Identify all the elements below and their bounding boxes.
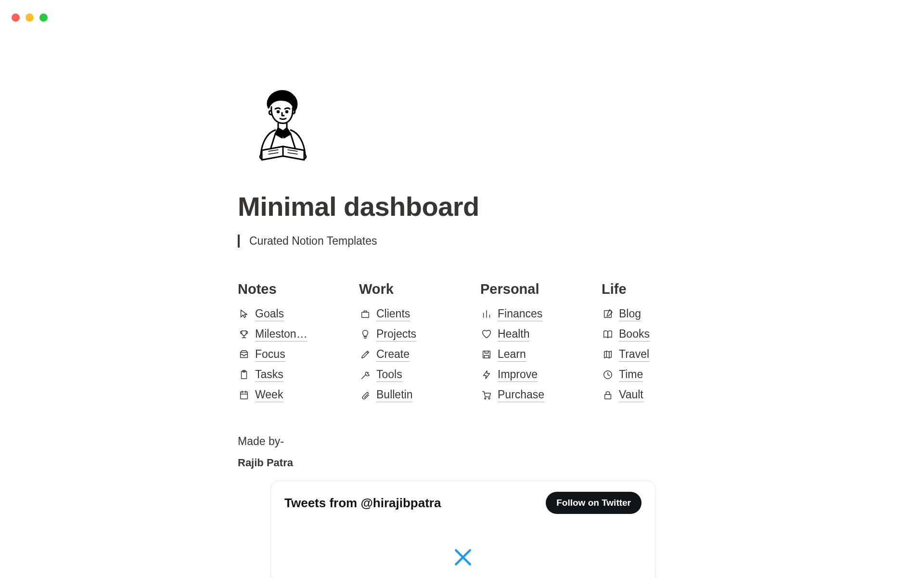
page-link-label: Books — [619, 328, 650, 342]
page-link-label: Tools — [376, 368, 402, 382]
lightning-icon — [480, 368, 493, 381]
page-link-label: Travel — [619, 348, 649, 362]
bar-chart-icon — [480, 308, 493, 320]
page-link-label: Time — [619, 368, 643, 382]
page-link-label: Bulletin — [376, 388, 412, 402]
page-link-label: Improve — [498, 368, 538, 382]
save-icon — [480, 348, 493, 361]
close-window-button[interactable] — [12, 13, 20, 22]
column-life: LifeBlogBooksTravelTimeVault — [602, 281, 723, 405]
briefcase-icon — [359, 308, 372, 320]
made-by-label: Made by- — [238, 435, 661, 448]
page-link-label: Purchase — [498, 388, 544, 402]
heart-icon — [480, 328, 493, 341]
map-icon — [602, 348, 614, 361]
page-link-time[interactable]: Time — [602, 365, 723, 385]
page-link-focus[interactable]: Focus — [238, 344, 359, 365]
page-link-label: Finances — [498, 307, 542, 321]
paperclip-icon — [359, 389, 372, 401]
page-title: Minimal dashboard — [238, 191, 661, 222]
page-link-blog[interactable]: Blog — [602, 304, 723, 324]
page-link-label: Mileston… — [255, 328, 308, 342]
svg-point-0 — [277, 111, 279, 113]
page-link-learn[interactable]: Learn — [480, 344, 602, 365]
page-link-label: Blog — [619, 307, 641, 321]
wrench-icon — [359, 368, 372, 381]
page-link-bulletin[interactable]: Bulletin — [359, 385, 480, 405]
maximize-window-button[interactable] — [39, 13, 48, 22]
x-logo-icon — [452, 547, 474, 570]
cursor-icon — [238, 308, 250, 320]
trophy-icon — [238, 328, 250, 341]
twitter-embed-body — [271, 523, 655, 578]
page-link-tasks[interactable]: Tasks — [238, 365, 359, 385]
page-link-goals[interactable]: Goals — [238, 304, 359, 324]
subtitle-text: Curated Notion Templates — [249, 235, 661, 248]
twitter-embed-header: Tweets from @hirajibpatra Follow on Twit… — [271, 481, 655, 523]
pencil-icon — [359, 348, 372, 361]
lock-icon — [602, 389, 614, 401]
page-link-improve[interactable]: Improve — [480, 365, 602, 385]
page-link-health[interactable]: Health — [480, 324, 602, 344]
page-link-label: Create — [376, 348, 410, 362]
page-link-mileston[interactable]: Mileston… — [238, 324, 359, 344]
column-heading: Life — [602, 281, 723, 297]
page-link-finances[interactable]: Finances — [480, 304, 602, 324]
page-link-label: Clients — [376, 307, 410, 321]
page-link-projects[interactable]: Projects — [359, 324, 480, 344]
page-content: Minimal dashboard Curated Notion Templat… — [238, 87, 661, 578]
page-link-create[interactable]: Create — [359, 344, 480, 365]
page-link-label: Health — [498, 328, 529, 342]
page-link-label: Focus — [255, 348, 285, 362]
page-link-label: Projects — [376, 328, 416, 342]
page-link-tools[interactable]: Tools — [359, 365, 480, 385]
book-open-icon — [602, 328, 614, 341]
clock-icon — [602, 368, 614, 381]
follow-on-twitter-button[interactable]: Follow on Twitter — [546, 492, 642, 514]
cart-icon — [480, 389, 493, 401]
minimize-window-button[interactable] — [26, 13, 34, 22]
page-link-books[interactable]: Books — [602, 324, 723, 344]
column-heading: Personal — [480, 281, 602, 297]
page-link-label: Vault — [619, 388, 643, 402]
twitter-embed-title: Tweets from @hirajibpatra — [284, 496, 441, 511]
lightbulb-icon — [359, 328, 372, 341]
page-link-week[interactable]: Week — [238, 385, 359, 405]
page-link-label: Learn — [498, 348, 526, 362]
svg-point-1 — [286, 111, 288, 113]
calendar-icon — [238, 389, 250, 401]
column-heading: Notes — [238, 281, 359, 297]
column-notes: NotesGoalsMileston…FocusTasksWeek — [238, 281, 359, 405]
subtitle-quote: Curated Notion Templates — [238, 235, 661, 248]
dashboard-columns: NotesGoalsMileston…FocusTasksWeekWorkCli… — [238, 281, 661, 405]
inbox-icon — [238, 348, 250, 361]
clipboard-icon — [238, 368, 250, 381]
page-link-label: Goals — [255, 307, 284, 321]
page-link-label: Week — [255, 388, 283, 402]
author-name: Rajib Patra — [238, 457, 661, 469]
page-link-travel[interactable]: Travel — [602, 344, 723, 365]
page-link-vault[interactable]: Vault — [602, 385, 723, 405]
page-link-clients[interactable]: Clients — [359, 304, 480, 324]
twitter-embed: Tweets from @hirajibpatra Follow on Twit… — [270, 481, 655, 578]
cover-illustration — [247, 87, 661, 166]
column-heading: Work — [359, 281, 480, 297]
edit-square-icon — [602, 308, 614, 320]
column-personal: PersonalFinancesHealthLearnImprovePurcha… — [480, 281, 602, 405]
page-link-label: Tasks — [255, 368, 283, 382]
window-traffic-lights — [12, 13, 48, 22]
column-work: WorkClientsProjectsCreateToolsBulletin — [359, 281, 480, 405]
page-link-purchase[interactable]: Purchase — [480, 385, 602, 405]
